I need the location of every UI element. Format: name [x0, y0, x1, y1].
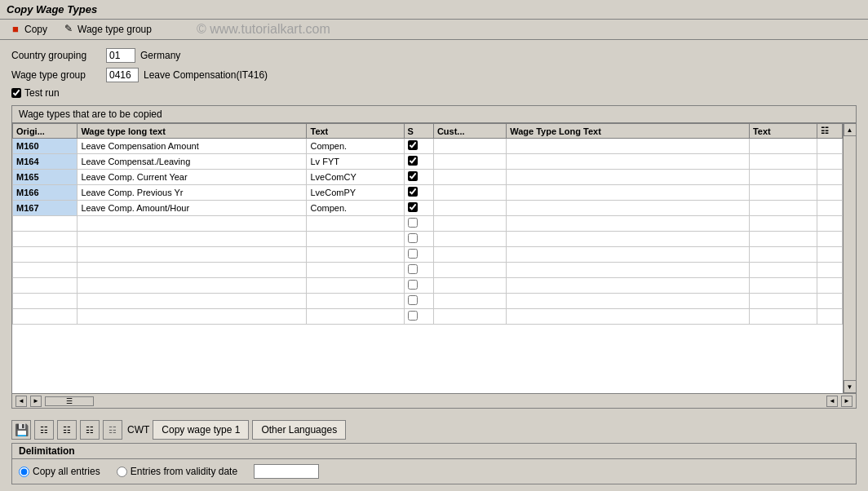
table-row [13, 294, 843, 309]
cust-cell [433, 247, 506, 263]
col-text2: Text [749, 124, 817, 139]
table-row: M160 Leave Compensation Amount Compen. [13, 139, 843, 154]
long-text-cell: Leave Comp. Previous Yr [78, 185, 307, 201]
row-checkbox[interactable] [408, 280, 418, 290]
wt-long-cell [507, 247, 750, 263]
col-origin: Origi... [13, 124, 78, 139]
txt-cell [749, 278, 817, 294]
copy-all-label: Copy all entries [33, 466, 100, 477]
scroll-up-btn[interactable]: ▲ [844, 123, 857, 136]
extra-cell [817, 309, 842, 325]
other-languages-btn[interactable]: Other Languages [252, 420, 346, 440]
txt-cell [749, 201, 817, 216]
icon-btn-2[interactable]: ☷ [34, 420, 54, 440]
cust-cell [433, 263, 506, 278]
icon-btn-3[interactable]: ☷ [57, 420, 77, 440]
icon-btn-4[interactable]: ☷ [80, 420, 100, 440]
text-cell [307, 247, 404, 263]
text-cell [307, 309, 404, 325]
scroll-down-btn[interactable]: ▼ [844, 380, 857, 393]
origin-cell: M160 [13, 139, 78, 154]
col-wt-long-text: Wage Type Long Text [507, 124, 750, 139]
nav-right-btn[interactable]: ► [30, 396, 42, 407]
row-checkbox[interactable] [408, 249, 418, 259]
cust-cell [433, 201, 506, 216]
table-right-scrollbar[interactable]: ▲ ▼ [843, 123, 856, 393]
copy-toolbar-btn[interactable]: ■ Copy [7, 22, 50, 37]
long-text-cell [78, 232, 307, 247]
s-cell [404, 278, 433, 294]
icon-btn-5[interactable]: ☷ [103, 420, 122, 440]
long-text-cell [78, 294, 307, 309]
col-s: S [404, 124, 433, 139]
row-checkbox[interactable] [408, 171, 418, 181]
text-cell: Compen. [307, 201, 404, 216]
validity-date-input[interactable] [254, 464, 319, 479]
country-grouping-input[interactable] [106, 48, 135, 63]
wt-long-cell [507, 154, 750, 170]
s-cell [404, 185, 433, 201]
copy-all-radio[interactable] [19, 467, 29, 477]
long-text-cell [78, 278, 307, 294]
txt-cell [749, 309, 817, 325]
origin-cell: M167 [13, 201, 78, 216]
cust-cell [433, 294, 506, 309]
col-text: Text [307, 124, 404, 139]
txt-cell [749, 154, 817, 170]
country-grouping-label: Country grouping [11, 50, 101, 61]
nav-left-btn[interactable]: ◄ [16, 396, 27, 407]
row-checkbox[interactable] [408, 295, 418, 305]
extra-cell [817, 170, 842, 185]
wt-long-cell [507, 139, 750, 154]
title-bar: Copy Wage Types [0, 0, 868, 20]
origin-cell [13, 309, 78, 325]
table-row [13, 278, 843, 294]
text-cell [307, 232, 404, 247]
s-cell [404, 201, 433, 216]
s-cell [404, 154, 433, 170]
row-checkbox[interactable] [408, 218, 418, 228]
wt-long-cell [507, 278, 750, 294]
wt-long-cell [507, 309, 750, 325]
icon-btn-1[interactable]: 💾 [11, 420, 31, 440]
wage-types-table-container: Wage types that are to be copied Origi..… [11, 105, 857, 409]
table-bottom-bar: ◄ ► ☰ ◄ ► [12, 393, 856, 408]
row-checkbox[interactable] [408, 264, 418, 274]
extra-cell [817, 294, 842, 309]
test-run-checkbox[interactable] [11, 88, 21, 98]
row-checkbox[interactable] [408, 156, 418, 166]
origin-cell [13, 263, 78, 278]
origin-cell [13, 216, 78, 232]
nav-right2-btn[interactable]: ► [841, 396, 852, 407]
wt-long-cell [507, 263, 750, 278]
table-main: Origi... Wage type long text Text S Cust… [12, 123, 843, 393]
cust-cell [433, 170, 506, 185]
row-checkbox[interactable] [408, 311, 418, 321]
wage-type-group-label: Wage type group [78, 24, 152, 35]
text-cell [307, 294, 404, 309]
long-text-cell [78, 247, 307, 263]
nav-left2-btn[interactable]: ◄ [826, 396, 838, 407]
txt-cell [749, 185, 817, 201]
col-icon: ☷ [817, 124, 842, 139]
row-checkbox[interactable] [408, 187, 418, 197]
row-checkbox[interactable] [408, 233, 418, 243]
row-checkbox[interactable] [408, 140, 418, 150]
long-text-cell [78, 263, 307, 278]
wage-type-group-btn[interactable]: ✎ Wage type group [60, 22, 154, 37]
row-checkbox[interactable] [408, 202, 418, 212]
wage-type-group-form-label: Wage type group [11, 69, 101, 81]
wage-type-group-input[interactable] [106, 68, 139, 82]
scroll-thumb[interactable]: ☰ [45, 396, 94, 406]
watermark: © www.tutorialkart.com [197, 22, 330, 37]
wage-type-group-row: Wage type group Leave Compensation(IT416… [11, 68, 857, 82]
entries-from-radio[interactable] [117, 467, 127, 477]
txt-cell [749, 263, 817, 278]
entries-from-label: Entries from validity date [131, 466, 237, 477]
origin-cell [13, 232, 78, 247]
s-cell [404, 232, 433, 247]
copy-wage-type-btn[interactable]: Copy wage type 1 [153, 420, 249, 440]
col-cust: Cust... [433, 124, 506, 139]
country-name: Germany [140, 50, 180, 61]
bottom-toolbar: 💾 ☷ ☷ ☷ ☷ CWT Copy wage type 1 Other Lan… [0, 417, 868, 443]
